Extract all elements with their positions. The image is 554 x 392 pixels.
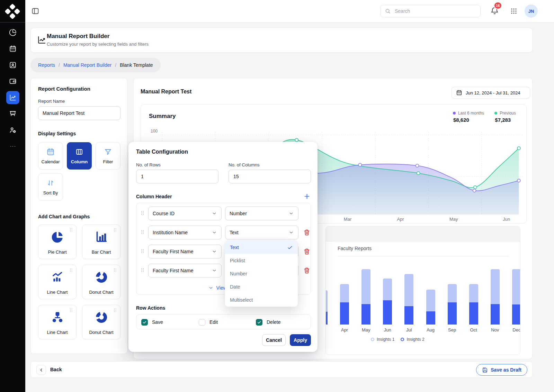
faculty-legend-item[interactable]: Insights 1 — [371, 337, 394, 342]
summary-legend-item: Last 6 months$8,620 — [453, 111, 484, 123]
filter-icon — [104, 148, 112, 156]
chart-tile-node-4[interactable]: Line Chart — [38, 305, 77, 339]
field-select-value: Faculty First Name — [153, 249, 193, 254]
field-select[interactable]: Course ID — [148, 207, 222, 220]
faculty-bar-sep[interactable] — [448, 284, 457, 325]
option-label: Date — [230, 284, 240, 290]
apply-button[interactable]: Apply — [290, 334, 311, 346]
field-select-value: Institution Name — [153, 230, 188, 235]
chart-tile-pie-0[interactable]: Pie Chart — [38, 225, 77, 259]
sidebar-item-pie-chart[interactable] — [0, 24, 25, 40]
field-select[interactable]: Faculty First Name — [148, 245, 222, 258]
x-axis-label: May — [358, 327, 374, 332]
drag-handle-icon[interactable] — [140, 267, 145, 274]
field-select-value: Course ID — [153, 211, 175, 216]
add-column-icon[interactable] — [303, 192, 311, 200]
sidebar-item-user-settings[interactable] — [0, 122, 25, 138]
display-tile-sort-by[interactable]: Sort By — [38, 173, 63, 201]
breadcrumb-link[interactable]: Manual Report Builder — [63, 62, 111, 68]
sidebar-item-presentation[interactable] — [0, 106, 25, 122]
faculty-bar-apr[interactable] — [340, 284, 349, 325]
drag-handle-icon[interactable] — [69, 228, 73, 234]
pie-chart-icon — [6, 26, 19, 39]
dropdown-option-text[interactable]: Text — [225, 241, 298, 254]
field-select[interactable]: Institution Name — [148, 226, 222, 239]
search-input[interactable] — [394, 8, 476, 14]
drag-handle-icon[interactable] — [140, 248, 145, 255]
chart-tile-line-2[interactable]: Line Chart — [38, 265, 77, 299]
save-as-draft-button[interactable]: Save as Draft — [476, 364, 527, 376]
delete-checkbox[interactable] — [256, 319, 262, 326]
dropdown-option-date[interactable]: Date — [225, 280, 298, 293]
faculty-bar-dec[interactable] — [512, 269, 520, 325]
display-tile-filter[interactable]: Filter — [96, 142, 120, 170]
sidebar-item-more[interactable] — [0, 138, 25, 154]
sidebar-toggle-icon[interactable] — [31, 7, 39, 15]
drag-handle-icon[interactable] — [113, 308, 117, 314]
type-select-value: Number — [230, 211, 247, 216]
bar-segment-insights-1 — [361, 269, 370, 304]
display-tile-calendar[interactable]: Calendar — [38, 142, 63, 170]
type-select[interactable]: Number — [225, 207, 298, 220]
apps-grid-icon[interactable] — [510, 7, 518, 15]
chart-tile-donut-5[interactable]: Donut Chart — [82, 305, 120, 339]
edit-checkbox[interactable] — [199, 319, 205, 326]
chart-tile-donut-3[interactable]: Donut Chart — [82, 265, 120, 299]
faculty-bar-may[interactable] — [361, 269, 370, 325]
wallet-icon — [6, 75, 19, 88]
footer-bar: Back Save as Draft — [30, 361, 533, 378]
x-axis-label: May — [446, 217, 461, 222]
x-axis-label: Jun — [380, 327, 395, 332]
drag-handle-icon[interactable] — [140, 210, 145, 217]
cancel-button[interactable]: Cancel — [262, 334, 286, 346]
drag-handle-icon[interactable] — [69, 268, 73, 274]
faculty-bar-aug[interactable] — [426, 290, 435, 325]
option-label: Multiselect — [230, 297, 253, 303]
sidebar-item-calendar[interactable] — [0, 40, 25, 57]
save-checkbox[interactable] — [141, 319, 148, 326]
dropdown-option-number[interactable]: Number — [225, 267, 298, 280]
trash-icon[interactable] — [303, 248, 310, 255]
legend-ring — [371, 338, 374, 341]
drag-handle-icon[interactable] — [140, 229, 145, 236]
back-button[interactable] — [36, 365, 46, 375]
dropdown-option-picklist[interactable]: Picklist — [225, 254, 298, 267]
date-range-picker[interactable]: Jun 12, 2024 - Jul 31, 2024 — [452, 87, 530, 99]
sidebar-item-contact[interactable] — [0, 57, 25, 73]
faculty-bar-oct[interactable] — [469, 284, 478, 325]
avatar[interactable]: JN — [525, 4, 538, 18]
faculty-bar-mar[interactable] — [325, 290, 328, 325]
drag-handle-icon[interactable] — [113, 268, 117, 274]
presentation-icon — [6, 107, 19, 120]
summary-title: Summary — [149, 113, 176, 120]
display-tile-column[interactable]: Column — [67, 142, 92, 170]
trash-icon[interactable] — [303, 267, 310, 274]
x-axis-label: Sep — [445, 327, 460, 332]
chart-tile-bar-1[interactable]: Bar Chart — [82, 225, 120, 259]
drag-handle-icon[interactable] — [69, 308, 73, 314]
chart-tile-label: Donut Chart — [82, 330, 120, 335]
field-select[interactable]: Faculty First Name — [148, 264, 222, 277]
dropdown-option-multiselect[interactable]: Multiselect — [225, 293, 298, 307]
trash-icon[interactable] — [303, 229, 310, 236]
column-icon — [75, 148, 83, 156]
drag-handle-icon[interactable] — [113, 228, 117, 234]
sidebar-item-line-chart[interactable] — [0, 89, 25, 106]
rows-input[interactable] — [136, 170, 218, 183]
app-logo-icon[interactable] — [5, 4, 20, 19]
faculty-legend-item[interactable]: Insights 2 — [401, 337, 424, 342]
display-tile-label: Column — [71, 159, 88, 164]
breadcrumb-link[interactable]: Reports — [38, 62, 55, 68]
sidebar-item-wallet[interactable] — [0, 73, 25, 89]
faculty-bar-nov[interactable] — [491, 269, 500, 325]
notification-badge: 16 — [494, 2, 502, 9]
report-name-input[interactable] — [38, 106, 120, 120]
search-box[interactable] — [380, 5, 481, 17]
columns-input[interactable] — [229, 170, 311, 183]
summary-legend-item: Previous$7,283 — [494, 111, 516, 123]
legend-dot — [453, 112, 456, 115]
faculty-bar-jul[interactable] — [404, 274, 413, 325]
faculty-bar-jun[interactable] — [383, 279, 392, 325]
checkbox-label: Save — [152, 319, 163, 325]
type-select[interactable]: Text — [225, 226, 298, 239]
